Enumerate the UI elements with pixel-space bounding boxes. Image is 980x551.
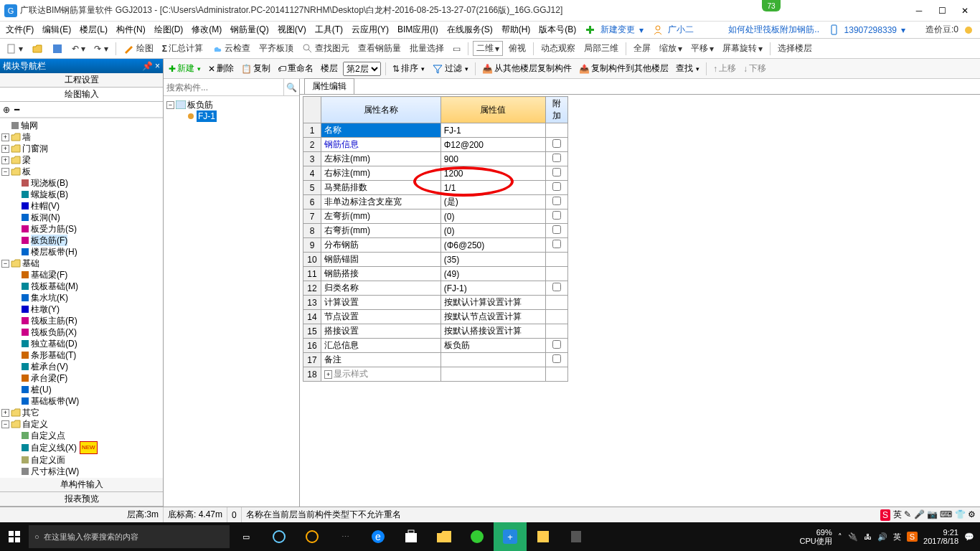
blank-btn1[interactable]: ▭ [450,42,463,55]
app-notes[interactable] [527,522,560,551]
new-change-button[interactable]: 新建变更 ▾ [580,21,648,39]
tray-up-icon[interactable]: ˄ [838,532,842,542]
pin-icon[interactable]: 📌 × [142,61,160,71]
new-file-button[interactable]: ▾ [3,42,26,56]
menu-file[interactable]: 文件(F) [1,22,38,37]
menu-bim[interactable]: BIM应用(I) [393,22,443,37]
nav-section-settings[interactable]: 工程设置 [0,73,163,88]
svg-rect-15 [22,237,29,244]
app-3[interactable]: ⋯ [329,522,362,551]
minimize-button[interactable]: ─ [908,4,930,18]
user-button[interactable]: 广小二 [648,21,702,39]
menu-edit[interactable]: 编辑(E) [38,22,75,37]
component-tree[interactable]: − 板负筋 FJ-1 [164,96,299,507]
search-row: 🔍 [164,79,299,96]
select-floor-button[interactable]: 选择楼层 [775,41,815,56]
app-green[interactable] [461,522,494,551]
search-button[interactable]: 🔍 [283,79,299,95]
menu-floor[interactable]: 楼层(L) [75,22,112,37]
app-1[interactable] [263,522,296,551]
nav-tree[interactable]: 轴网+墙+门窗洞+梁−板现浇板(B)螺旋板(B)柱帽(V)板洞(N)板受力筋(S… [0,118,163,478]
tree-add-icon[interactable]: ⊕ [3,105,10,115]
app-last[interactable] [560,522,593,551]
nav-section-single[interactable]: 单构件输入 [0,478,163,492]
svg-rect-31 [22,456,29,463]
tray-power-icon[interactable]: 🔌 [848,532,858,542]
move-up-button[interactable]: ↑ 上移 [711,62,738,75]
property-tab[interactable]: 属性编辑 [304,78,354,94]
menu-cloud[interactable]: 云应用(Y) [347,22,393,37]
menu-tools[interactable]: 工具(T) [311,22,347,37]
nav-section-report[interactable]: 报表预览 [0,492,163,507]
zoom-button[interactable]: 缩放 ▾ [656,41,685,56]
svg-rect-30 [22,444,29,451]
rename-button[interactable]: 🏷 重命名 [275,62,316,75]
app-2[interactable] [296,522,329,551]
menu-help[interactable]: 帮助(H) [497,22,535,37]
filter-button[interactable]: 过滤 [430,62,471,75]
system-tray[interactable]: 69%CPU使用 ˄ 🔌 🖧 🔊 英 S 9:212017/8/18 💬 [793,528,980,545]
move-down-button[interactable]: ↓ 下移 [741,62,768,75]
search-input[interactable] [164,79,283,95]
draw-button[interactable]: 绘图 [121,41,156,56]
copy-button[interactable]: 📋 复制 [239,62,273,75]
floor-select[interactable]: 第2层 [343,62,381,76]
menu-view[interactable]: 视图(V) [273,22,311,37]
dyn-view-button[interactable]: 动态观察 [538,41,578,56]
tree-collapse-icon[interactable]: ━ [14,105,19,115]
help-link[interactable]: 如何处理筏板附加钢筋.. [724,22,824,37]
open-button[interactable] [29,42,46,56]
copy-from-button[interactable]: 📥 从其他楼层复制构件 [480,62,574,75]
notification-button[interactable]: 💬 [964,532,974,542]
menu-rebar[interactable]: 钢筋量(Q) [226,22,273,37]
menu-draw[interactable]: 绘图(D) [150,22,188,37]
property-grid[interactable]: 属性名称 属性值 附加 1名称FJ-12钢筋信息Φ12@2003左标注(mm)9… [303,96,568,382]
new-component-button[interactable]: ✚ 新建 [166,62,203,75]
copy-to-button[interactable]: 📤 复制构件到其他楼层 [577,62,671,75]
nav-section-draw[interactable]: 绘图输入 [0,88,163,102]
taskbar-search[interactable]: ○ 在这里输入你要搜索的内容 [29,525,230,548]
delete-button[interactable]: ✕ 删除 [206,62,236,75]
ime-indicator[interactable]: S 英 ✎ 🎤 📷 ⌨ 👕 ⚙ [876,507,980,522]
property-panel: 属性编辑 属性名称 属性值 附加 1名称FJ-12钢筋信息Φ12@2003左标注… [300,79,980,507]
tray-vol-icon[interactable]: 🔊 [877,532,887,542]
tray-net-icon[interactable]: 🖧 [864,532,872,541]
partial-3d-button[interactable]: 局部三维 [581,41,621,56]
task-view-button[interactable]: ▭ [230,522,263,551]
menu-component[interactable]: 构件(N) [112,22,150,37]
start-button[interactable] [0,522,29,551]
maximize-button[interactable]: ☐ [931,4,953,18]
sum-calc-button[interactable]: Σ 汇总计算 [159,41,206,56]
pan-button[interactable]: 平移 ▾ [688,41,717,56]
edge-button[interactable]: e [362,522,395,551]
flat-top-button[interactable]: 平齐板顶 [256,41,296,56]
view-img-button[interactable]: 查找图元 [299,41,352,56]
tray-ime[interactable]: 英 [893,532,901,542]
menu-online[interactable]: 在线服务(S) [443,22,497,37]
svg-rect-5 [8,44,14,53]
menu-modify[interactable]: 修改(M) [187,22,226,37]
menu-version[interactable]: 版本号(B) [534,22,580,37]
2d-button[interactable]: 二维 ▾ [473,41,503,56]
undo-button[interactable]: ↶ ▾ [69,42,88,55]
svg-rect-27 [22,386,29,393]
find-button[interactable]: 查找 [674,62,702,75]
overlook-button[interactable]: 俯视 [506,41,529,56]
cloud-check-button[interactable]: 云检查 [209,41,253,56]
beans-label: 造价豆:0 [917,21,979,39]
save-button[interactable] [49,42,66,56]
close-button[interactable]: ✕ [954,4,976,18]
selected-component[interactable]: FJ-1 [197,110,217,122]
explorer-button[interactable] [428,522,461,551]
phone-number[interactable]: 13907298339 ▾ [824,22,910,38]
clock[interactable]: 9:212017/8/18 [923,528,958,545]
screen-rotate-button[interactable]: 屏幕旋转 ▾ [720,41,765,56]
tray-sogou[interactable]: S [907,532,918,542]
sort-button[interactable]: ⇅ 排序 [390,62,427,75]
app-current[interactable]: + [494,522,527,551]
store-button[interactable] [395,522,428,551]
fullscreen-button[interactable]: 全屏 [631,41,654,56]
redo-button[interactable]: ↷ ▾ [91,42,110,55]
batch-select-button[interactable]: 批量选择 [407,41,447,56]
view-rebar-button[interactable]: 查看钢筋量 [355,41,404,56]
